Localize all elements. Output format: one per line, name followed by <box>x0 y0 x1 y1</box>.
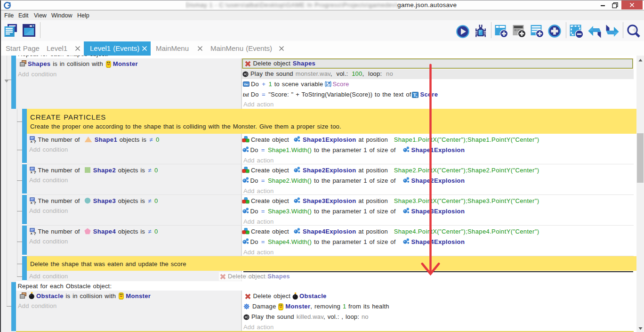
svg-text:x: x <box>416 94 418 97</box>
svg-text:Var: Var <box>244 83 249 86</box>
svg-text:x: x <box>30 170 32 174</box>
svg-text:x: x <box>30 201 32 205</box>
svg-text:?: ? <box>33 200 36 205</box>
svg-text:?: ? <box>33 139 36 144</box>
svg-text:?: ? <box>33 231 36 235</box>
svg-text:x: x <box>30 231 32 235</box>
svg-text:?: ? <box>33 170 36 174</box>
svg-text:x: x <box>30 139 32 144</box>
